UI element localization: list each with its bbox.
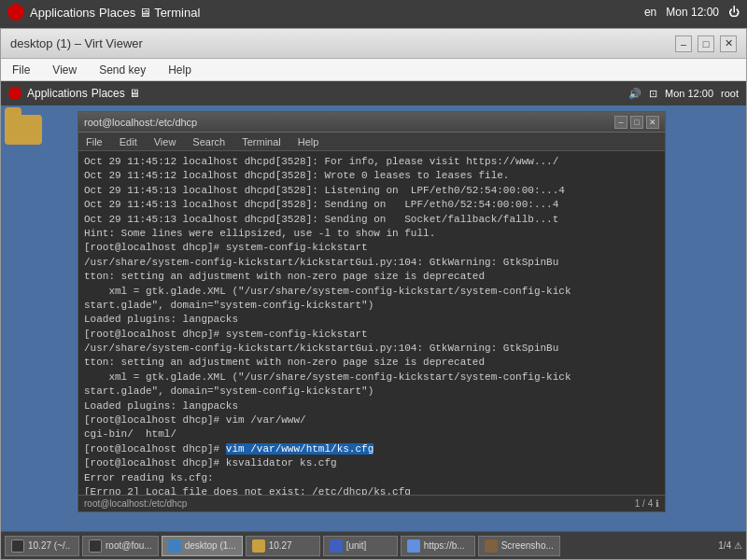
terminal-line: [root@localhost dhcp]# ksvalidator ks.cf… xyxy=(84,456,659,470)
terminal-menubar: File Edit View Search Terminal Help xyxy=(78,133,665,151)
terminal-line: xml = gtk.glade.XML ("/usr/share/system-… xyxy=(84,371,659,385)
terminal-line: Error reading ks.cfg: xyxy=(84,471,659,485)
terminal-line: Loaded plugins: langpacks xyxy=(84,399,659,413)
virt-titlebar: desktop (1) – Virt Viewer – □ ✕ xyxy=(1,29,746,59)
terminal-line: Oct 29 11:45:13 localhost dhcpd[3528]: S… xyxy=(84,198,659,212)
distro-icon xyxy=(7,4,24,21)
taskbar-item-2[interactable]: root@fou... xyxy=(82,536,159,556)
terminal-statusbar: root@localhost:/etc/dhcp 1 / 4 ℹ xyxy=(78,495,665,511)
taskbar-icon-3 xyxy=(168,539,181,553)
terminal-body[interactable]: Oct 29 11:45:12 localhost dhcpd[3528]: F… xyxy=(78,151,665,495)
terminal-window: root@localhost:/etc/dhcp – □ ✕ File Edit… xyxy=(78,111,666,512)
terminal-line: [Errno 2] Local file does not exist: /et… xyxy=(84,485,659,495)
virt-menubar: File View Send key Help xyxy=(1,59,746,81)
taskbar-label-6: https://b... xyxy=(424,540,465,551)
taskbar-item-6[interactable]: https://b... xyxy=(401,536,475,556)
taskbar-icon-1 xyxy=(11,539,24,553)
guest-topbar-left: Applications Places 🖥 xyxy=(8,87,140,100)
taskbar-label-3: desktop (1... xyxy=(185,540,236,551)
power-icon[interactable]: ⏻ xyxy=(728,6,740,19)
terminal-line: Oct 29 11:45:12 localhost dhcpd[3528]: F… xyxy=(84,155,659,169)
terminal-line: Loaded plugins: langpacks xyxy=(84,313,659,327)
terminal-titlebar: root@localhost:/etc/dhcp – □ ✕ xyxy=(78,112,665,133)
close-button[interactable]: ✕ xyxy=(720,35,737,52)
virt-window-controls: – □ ✕ xyxy=(675,35,737,52)
terminal-line: start.glade", domain="system-config-kick… xyxy=(84,299,659,313)
clock: Mon 12:00 xyxy=(666,6,719,19)
places-menu[interactable]: Places xyxy=(99,6,135,20)
taskbar-item-4[interactable]: 10.27 xyxy=(246,536,320,556)
terminal-line: [root@localhost dhcp]# system-config-kic… xyxy=(84,241,659,255)
taskbar-label-7: Screensho... xyxy=(501,540,554,551)
virt-sendkey-menu[interactable]: Send key xyxy=(93,62,151,78)
guest-topbar: Applications Places 🖥 🔊 ⊡ Mon 12:00 root xyxy=(1,81,746,105)
taskbar-item-3[interactable]: desktop (1... xyxy=(162,536,243,556)
terminal-controls: – □ ✕ xyxy=(614,116,659,129)
terminal-maximize[interactable]: □ xyxy=(630,116,643,129)
taskbar-info: 1/4 ⚠ xyxy=(718,540,742,551)
virt-view-menu[interactable]: View xyxy=(47,62,82,78)
terminal-status-right: 1 / 4 ℹ xyxy=(635,498,659,509)
term-view-menu[interactable]: View xyxy=(150,135,180,148)
terminal-line: Oct 29 11:45:12 localhost dhcpd[3528]: W… xyxy=(84,169,659,183)
applications-menu[interactable]: Applications xyxy=(30,6,95,20)
terminal-line: [root@localhost dhcp]# system-config-kic… xyxy=(84,328,659,342)
terminal-line: Oct 29 11:45:13 localhost dhcpd[3528]: S… xyxy=(84,213,659,227)
term-edit-menu[interactable]: Edit xyxy=(116,135,141,148)
taskbar-label-5: [unit] xyxy=(346,540,367,551)
taskbar-icon-7 xyxy=(485,539,498,553)
terminal-line: [root@localhost dhcp]# vim /var/www/ xyxy=(84,413,659,427)
taskbar-item-5[interactable]: [unit] xyxy=(323,536,398,556)
terminal-status-left: root@localhost:/etc/dhcp xyxy=(84,498,187,509)
folder-shape xyxy=(5,115,42,145)
system-bar: Applications Places 🖥 Terminal en Mon 12… xyxy=(0,0,747,24)
terminal-menu[interactable]: 🖥 Terminal xyxy=(139,6,200,20)
term-file-menu[interactable]: File xyxy=(82,135,106,148)
guest-applications-menu[interactable]: Applications xyxy=(27,87,88,100)
term-terminal-menu[interactable]: Terminal xyxy=(238,135,285,148)
guest-topbar-right: 🔊 ⊡ Mon 12:00 root xyxy=(628,88,739,100)
guest-places-menu[interactable]: Places xyxy=(92,87,125,100)
terminal-line: Oct 29 11:45:13 localhost dhcpd[3528]: L… xyxy=(84,184,659,198)
taskbar-icon-5 xyxy=(330,539,343,553)
virt-content: Applications Places 🖥 🔊 ⊡ Mon 12:00 root xyxy=(1,81,746,559)
guest-taskbar: 10.27 (~/.. root@fou... desktop (1... 10… xyxy=(1,531,746,559)
terminal-minimize[interactable]: – xyxy=(614,116,627,129)
guest-clock: Mon 12:00 xyxy=(665,88,713,99)
guest-sound-icon: 🔊 xyxy=(628,88,641,100)
guest-folder-icon[interactable] xyxy=(5,115,42,147)
minimize-button[interactable]: – xyxy=(675,35,692,52)
guest-network-icon: ⊡ xyxy=(649,88,657,100)
terminal-line: cgi-bin/ html/ xyxy=(84,427,659,441)
terminal-line: start.glade", domain="system-config-kick… xyxy=(84,385,659,399)
guest-user: root xyxy=(721,88,739,99)
virt-file-menu[interactable]: File xyxy=(7,62,35,78)
virt-viewer-window: desktop (1) – Virt Viewer – □ ✕ File Vie… xyxy=(0,28,747,560)
term-search-menu[interactable]: Search xyxy=(189,135,229,148)
virt-help-menu[interactable]: Help xyxy=(162,62,197,78)
terminal-line: /usr/share/system-config-kickstart/kicks… xyxy=(84,256,659,270)
taskbar-label-1: 10.27 (~/.. xyxy=(28,540,70,551)
taskbar-icon-4 xyxy=(252,539,265,553)
taskbar-item-7[interactable]: Screensho... xyxy=(478,536,560,556)
taskbar-icon-6 xyxy=(407,539,420,553)
terminal-line: Hint: Some lines were ellipsized, use -l… xyxy=(84,227,659,241)
terminal-line: [root@localhost dhcp]# vim /var/www/html… xyxy=(84,442,659,456)
guest-distro-icon xyxy=(8,87,21,100)
guest-terminal-btn[interactable]: 🖥 xyxy=(129,87,140,100)
virt-window-title: desktop (1) – Virt Viewer xyxy=(10,36,143,50)
terminal-line: /usr/share/system-config-kickstart/kicks… xyxy=(84,342,659,356)
language-indicator: en xyxy=(644,6,656,19)
taskbar-right: 1/4 ⚠ xyxy=(718,540,742,551)
system-bar-right: en Mon 12:00 ⏻ xyxy=(644,6,740,19)
guest-desktop: Applications Places 🖥 🔊 ⊡ Mon 12:00 root xyxy=(1,81,746,559)
taskbar-label-2: root@fou... xyxy=(106,540,152,551)
term-help-menu[interactable]: Help xyxy=(294,135,323,148)
terminal-title: root@localhost:/etc/dhcp xyxy=(84,117,197,128)
terminal-line: xml = gtk.glade.XML ("/usr/share/system-… xyxy=(84,285,659,299)
taskbar-item-1[interactable]: 10.27 (~/.. xyxy=(5,536,79,556)
taskbar-icon-2 xyxy=(89,539,102,553)
terminal-close[interactable]: ✕ xyxy=(646,116,659,129)
maximize-button[interactable]: □ xyxy=(698,35,714,52)
terminal-line: tton: setting an adjustment with non-zer… xyxy=(84,270,659,284)
